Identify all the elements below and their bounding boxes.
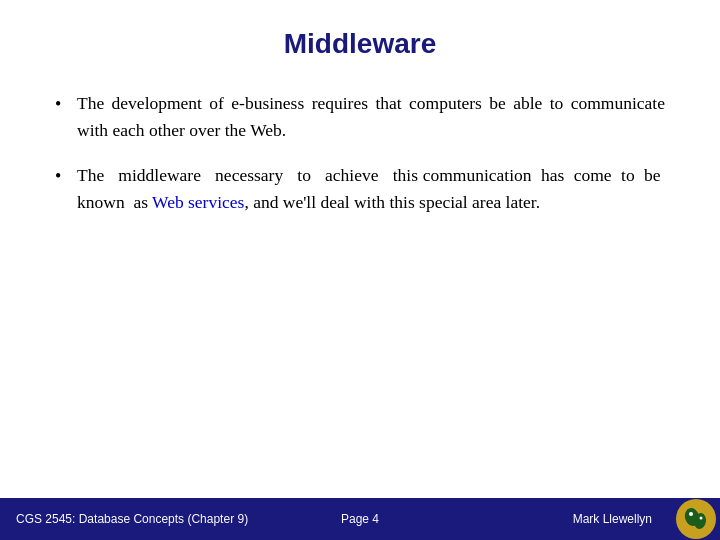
slide-title: Middleware xyxy=(0,0,720,80)
logo-svg xyxy=(678,501,714,537)
footer-right: Mark Llewellyn xyxy=(334,512,704,526)
bullet-dot-1: • xyxy=(55,90,77,119)
logo-circle xyxy=(676,499,716,539)
bullet-item-2: • The middleware necessary to achieve th… xyxy=(55,162,665,216)
bullet-dot-2: • xyxy=(55,162,77,191)
bullet-item-1: • The development of e-business requires… xyxy=(55,90,665,144)
svg-point-4 xyxy=(700,517,703,520)
bullet-list: • The development of e-business requires… xyxy=(55,90,665,217)
footer-left: CGS 2545: Database Concepts (Chapter 9) xyxy=(16,512,334,526)
bullet-text-2: The middleware necessary to achieve this… xyxy=(77,162,665,216)
slide-content: • The development of e-business requires… xyxy=(0,80,720,498)
bullet-text-2-end: , and we'll deal with this special area … xyxy=(244,192,540,212)
slide: Middleware • The development of e-busine… xyxy=(0,0,720,540)
footer-logo xyxy=(676,499,716,539)
slide-footer: CGS 2545: Database Concepts (Chapter 9) … xyxy=(0,498,720,540)
svg-point-3 xyxy=(689,512,693,516)
footer-center: Page 4 xyxy=(341,512,379,526)
bullet-text-2-highlight: Web services xyxy=(152,192,244,212)
bullet-text-1: The development of e-business requires t… xyxy=(77,90,665,144)
